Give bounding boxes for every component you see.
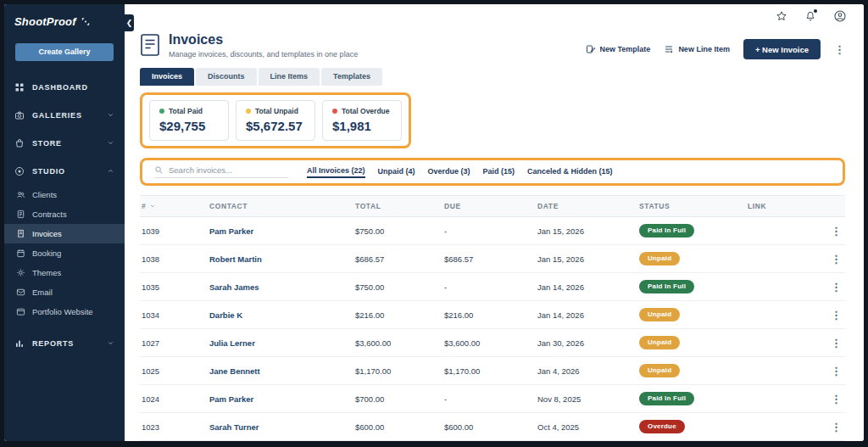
grid-icon [14,82,25,92]
contact-link[interactable]: Sarah James [208,282,353,292]
contact-link[interactable]: Julia Lerner [208,338,353,348]
row-menu-button[interactable]: ⋮ [829,366,845,377]
sidebar-item-booking[interactable]: Booking [4,243,125,263]
unpaid-dot-icon [246,109,251,114]
header-menu-button[interactable]: ⋮ [834,44,845,55]
stat-value: $29,755 [159,119,217,133]
template-pencil-icon [586,44,596,54]
sidebar-item-galleries[interactable]: GALLERIES [4,101,125,129]
contact-link[interactable]: Robert Martin [208,254,353,264]
row-menu-button[interactable]: ⋮ [829,282,845,293]
bell-icon[interactable] [804,10,816,22]
search-input[interactable] [169,165,270,175]
sidebar-item-themes[interactable]: Themes [4,263,125,282]
contact-link[interactable]: Jane Bennett [208,366,353,376]
row-menu-button[interactable]: ⋮ [829,338,845,349]
invoice-total: $750.00 [353,282,442,292]
star-icon[interactable] [776,10,787,22]
filter-link[interactable]: Overdue (3) [428,167,470,177]
tab-discounts[interactable]: Discounts [196,68,257,86]
account-icon[interactable] [833,9,847,23]
column-header-status: STATUS [637,202,746,210]
column-header-date: DATE [536,202,637,210]
sidebar-item-label: Themes [32,268,61,277]
stat-card-total-unpaid: Total Unpaid $5,672.57 [236,100,315,141]
row-menu-button[interactable]: ⋮ [829,394,845,405]
sidebar-item-clients[interactable]: Clients [4,185,125,204]
sidebar-item-contracts[interactable]: Contracts [4,204,125,224]
sidebar-item-dashboard[interactable]: DASHBOARD [4,73,125,101]
row-menu-button[interactable]: ⋮ [829,254,845,265]
table-row: 1039 Pam Parker $750.00 - Jan 15, 2026 P… [140,217,845,245]
contact-link[interactable]: Pam Parker [208,226,353,236]
stats-highlight-box: Total Paid $29,755 Total Unpaid $5,672.5… [140,92,411,148]
sidebar-item-invoices[interactable]: Invoices [4,224,125,243]
column-header-number[interactable]: # [140,202,208,210]
main-panel: ❮ Invoices Manage invoices, disc [125,4,864,441]
invoice-date: Jan 4, 2026 [536,366,637,376]
sidebar-item-label: Portfolio Website [32,307,93,316]
invoice-number: 1024 [140,394,208,404]
sidebar-item-portfolio-website[interactable]: Portfolio Website [4,302,125,321]
filter-link[interactable]: Canceled & Hidden (15) [527,167,613,177]
invoice-number: 1034 [140,310,208,320]
tab-invoices[interactable]: Invoices [140,68,194,86]
contact-link[interactable]: Pam Parker [208,394,353,404]
contact-link[interactable]: Sarah Turner [208,422,353,432]
topbar [125,4,864,27]
sidebar-item-label: Email [32,288,53,297]
new-line-item-button[interactable]: New Line Item [664,44,730,54]
overdue-dot-icon [332,109,337,114]
sidebar-item-studio[interactable]: STUDIO [4,157,125,185]
sidebar-item-store[interactable]: STORE [4,129,125,157]
status-badge: Unpaid [639,336,680,349]
sidebar-item-reports[interactable]: REPORTS [4,329,125,357]
filter-link[interactable]: Unpaid (4) [378,167,415,177]
camera-bracket-icon [81,17,91,26]
sort-chevron-icon [149,203,156,210]
sidebar-item-label: STUDIO [32,167,65,176]
invoice-page-icon [140,33,160,60]
status-badge: Unpaid [639,308,680,321]
camera-icon [14,110,25,120]
page-subtitle: Manage invoices, discounts, and template… [169,50,358,59]
table-row: 1025 Jane Bennett $1,170.00 $1,170.00 Ja… [140,357,845,385]
filter-link[interactable]: All Invoices (22) [307,166,365,178]
aperture-icon [14,166,25,176]
sidebar-collapse-button[interactable]: ❮ [125,14,134,31]
screenshot-frame: ShootProof Create Gallery DASHBOARD GALL… [0,0,868,447]
chevron-down-icon [107,139,114,147]
new-invoice-button[interactable]: + New Invoice [743,39,821,59]
invoice-due: $3,600.00 [442,338,536,348]
contact-link[interactable]: Darbie K [208,310,353,320]
shopping-bag-icon [14,138,25,148]
invoice-total: $686.57 [353,254,442,264]
row-menu-button[interactable]: ⋮ [829,310,845,321]
invoice-date: Oct 4, 2025 [536,422,637,432]
row-menu-button[interactable]: ⋮ [829,422,845,433]
stat-label: Total Overdue [342,107,390,115]
tab-templates[interactable]: Templates [321,68,382,86]
new-template-button[interactable]: New Template [586,44,651,54]
column-header-total: TOTAL [353,202,442,210]
invoices-table: # CONTACT TOTAL DUE DATE STATUS LINK [140,195,845,441]
search-icon [154,165,164,175]
stat-label: Total Unpaid [255,107,298,115]
sidebar-item-label: Contracts [32,210,67,219]
logo-text: ShootProof [14,15,76,28]
search-field [154,165,288,178]
invoice-due: $216.00 [442,310,536,320]
row-menu-button[interactable]: ⋮ [829,226,845,237]
tab-bar: Invoices Discounts Line Items Templates [140,68,845,86]
invoice-date: Nov 8, 2025 [536,394,637,404]
table-row: 1023 Sarah Turner $600.00 $600.00 Oct 4,… [140,413,845,441]
create-gallery-button[interactable]: Create Gallery [15,43,114,61]
tab-line-items[interactable]: Line Items [259,68,320,86]
new-template-label: New Template [600,45,651,53]
filter-highlight-box: All Invoices (22) Unpaid (4) Overdue (3)… [140,158,845,186]
sidebar-item-email[interactable]: Email [4,282,125,302]
filter-link[interactable]: Paid (15) [483,167,515,177]
invoice-due: - [442,394,536,404]
table-body: 1039 Pam Parker $750.00 - Jan 15, 2026 P… [140,217,845,441]
status-badge: Paid In Full [639,280,694,293]
